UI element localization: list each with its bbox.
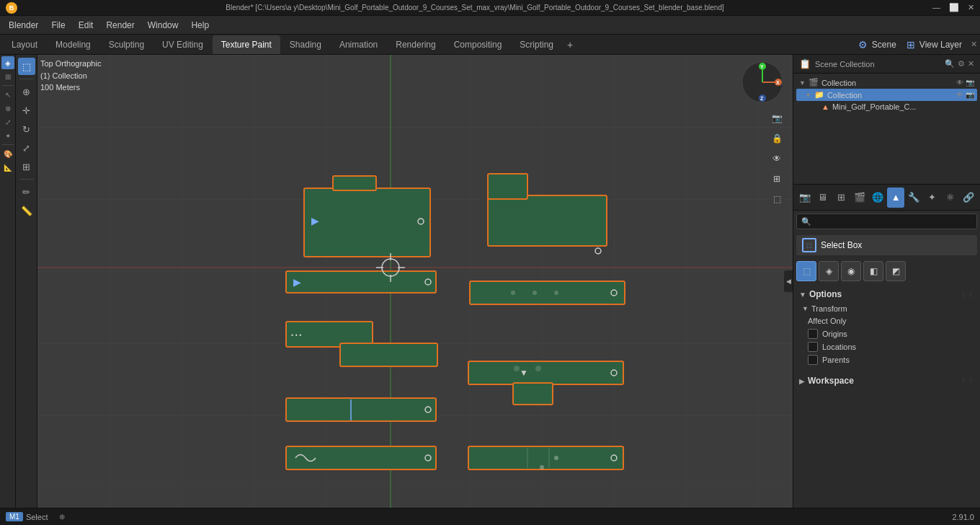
svg-point-37 (554, 456, 558, 460)
tab-animation[interactable]: Animation (331, 35, 386, 54)
mode-btn-7[interactable]: 🎨 (1, 147, 14, 160)
annotate-tool-button[interactable]: ✏ (18, 183, 35, 200)
collapse-panel-button[interactable]: ◀ (784, 270, 793, 292)
workspace-arrow-icon: ▶ (799, 377, 805, 385)
gizmo-buttons: 📷 🔒 👁 ⊞ ⬚ (768, 110, 785, 208)
prop-particles-icon[interactable]: ✦ (924, 188, 940, 208)
prop-modifier-icon[interactable]: 🔧 (906, 188, 922, 208)
maximize-button[interactable]: ⬜ (949, 3, 959, 12)
search-icon: 🔍 (801, 217, 811, 226)
outliner-content: ▼ 🎬 Collection 👁 📷 ▼ 📁 Collection 👁 📷 (793, 74, 980, 115)
prop-render-icon[interactable]: 📷 (796, 188, 813, 208)
titlebar-title: Blender* [C:\Users\a y\Desktop\Mini_Golf… (17, 4, 932, 12)
tab-texture-paint[interactable]: Texture Paint (213, 35, 280, 54)
add-workspace-button[interactable]: + (563, 38, 577, 52)
outliner-item-collection[interactable]: ▼ 📁 Collection 👁 📷 (796, 89, 977, 101)
select-mode-btn-2[interactable]: ◈ (819, 261, 839, 281)
outliner-item-scene[interactable]: ▼ 🎬 Collection 👁 📷 (796, 76, 977, 89)
mode-btn-3[interactable]: ↖ (1, 88, 14, 101)
properties-search-input[interactable] (814, 217, 972, 226)
menu-edit[interactable]: Edit (73, 19, 99, 32)
grid-button[interactable]: ⊞ (768, 170, 785, 188)
collection-vis-icon[interactable]: 👁 (956, 91, 963, 99)
menu-file[interactable]: File (45, 19, 71, 32)
mode-btn-8[interactable]: 📐 (1, 161, 14, 174)
menu-help[interactable]: Help (185, 19, 215, 32)
select-mode-btn-3[interactable]: ◉ (841, 261, 861, 281)
mode-btn-6[interactable]: ✦ (1, 129, 14, 142)
mode-btn-4[interactable]: ⊕ (1, 102, 14, 115)
select-mode-btn-4[interactable]: ◧ (863, 261, 883, 281)
options-header[interactable]: ▼ Options ⋮⋮ (796, 287, 977, 301)
select-tool-button[interactable]: ⬚ (18, 58, 35, 75)
tab-rendering[interactable]: Rendering (387, 35, 444, 54)
prop-scene-icon[interactable]: 🎬 (851, 188, 868, 208)
prop-object-icon[interactable]: ▲ (887, 188, 904, 208)
tab-uv-editing[interactable]: UV Editing (153, 35, 212, 54)
tab-sculpting[interactable]: Sculpting (100, 35, 153, 54)
scale-tool-button[interactable]: ⤢ (18, 139, 35, 156)
outliner-options-icon[interactable]: ⚙ (958, 59, 965, 69)
svg-rect-10 (488, 174, 527, 199)
viewport[interactable]: Object Mode View Select Add Object 🌐 Glo… (37, 55, 793, 508)
svg-text:▶: ▶ (293, 276, 301, 288)
prop-output-icon[interactable]: 🖥 (814, 188, 831, 208)
render-visibility-icon[interactable]: 📷 (966, 79, 974, 87)
prop-constraints-icon[interactable]: 🔗 (961, 188, 977, 208)
select-mode-btn-5[interactable]: ◩ (886, 261, 906, 281)
mode-btn-1[interactable]: ◈ (1, 56, 14, 69)
mode-btn-5[interactable]: ⤢ (1, 115, 14, 128)
menu-render[interactable]: Render (100, 19, 140, 32)
origins-checkbox[interactable] (808, 329, 818, 339)
svg-rect-23 (468, 361, 623, 384)
tab-compositing[interactable]: Compositing (445, 35, 511, 54)
workspace-title: Workspace (808, 376, 854, 386)
parents-label: Parents (822, 356, 850, 364)
mode-btn-2[interactable]: ⊞ (1, 70, 14, 83)
svg-point-16 (511, 291, 515, 295)
prop-view-layer-icon[interactable]: ⊞ (833, 188, 850, 208)
cursor-tool-button[interactable]: ⊕ (18, 83, 35, 100)
minimize-button[interactable]: — (932, 3, 940, 12)
prop-world-icon[interactable]: 🌐 (869, 188, 886, 208)
tab-shading[interactable]: Shading (281, 35, 330, 54)
course-shape-4 (470, 281, 625, 304)
workspace-header[interactable]: ▶ Workspace ⋮⋮ (796, 374, 977, 388)
prop-physics-icon[interactable]: ⚛ (942, 188, 958, 208)
transform-tool-button[interactable]: ⊞ (18, 158, 35, 175)
render-region-button[interactable]: ⬚ (768, 190, 785, 208)
left-toolbar: ⬚ ⊕ ✛ ↻ ⤢ ⊞ ✏ 📏 (16, 55, 37, 508)
blender-logo: B (6, 2, 17, 14)
parents-checkbox[interactable] (808, 355, 818, 365)
parents-checkbox-row: Parents (802, 353, 971, 366)
camera-view-button[interactable]: 📷 (768, 110, 785, 127)
outliner-filter-icon[interactable]: 🔍 (945, 59, 955, 69)
version-area: 2.91.0 (952, 513, 974, 521)
outliner-item-object[interactable]: ▶ ▲ Mini_Golf_Portable_C... (796, 101, 977, 112)
menu-window[interactable]: Window (142, 19, 184, 32)
svg-rect-24 (513, 383, 553, 405)
show-hide-button[interactable]: 👁 (768, 150, 785, 167)
svg-rect-29 (286, 398, 436, 421)
transform-header[interactable]: ▼ Transform (802, 303, 971, 314)
outliner: 📋 Scene Collection 🔍 ⚙ ✕ ▼ 🎬 Collection … (793, 55, 980, 185)
tab-layout[interactable]: Layout (3, 35, 46, 54)
select-box-header[interactable]: ⬚ Select Box (796, 235, 977, 255)
workspace-section: ▶ Workspace ⋮⋮ (796, 374, 977, 388)
tab-modeling[interactable]: Modeling (47, 35, 99, 54)
close-button[interactable]: ✕ (968, 3, 974, 12)
axis-widget[interactable]: Y X Z (741, 61, 784, 104)
visibility-icon[interactable]: 👁 (956, 79, 963, 87)
locations-checkbox[interactable] (808, 342, 818, 352)
measure-tool-button[interactable]: 📏 (18, 202, 35, 219)
move-tool-button[interactable]: ✛ (18, 102, 35, 119)
outliner-close-icon[interactable]: ✕ (968, 59, 974, 69)
lock-view-button[interactable]: 🔒 (768, 130, 785, 147)
tab-scripting[interactable]: Scripting (511, 35, 562, 54)
collection-render-icon[interactable]: 📷 (966, 91, 974, 99)
svg-text:▶: ▶ (311, 215, 319, 226)
select-mode-btn-1[interactable]: ⬚ (796, 261, 816, 281)
rotate-tool-button[interactable]: ↻ (18, 120, 35, 138)
menu-blender[interactable]: Blender (3, 19, 44, 32)
svg-rect-6 (333, 176, 376, 190)
